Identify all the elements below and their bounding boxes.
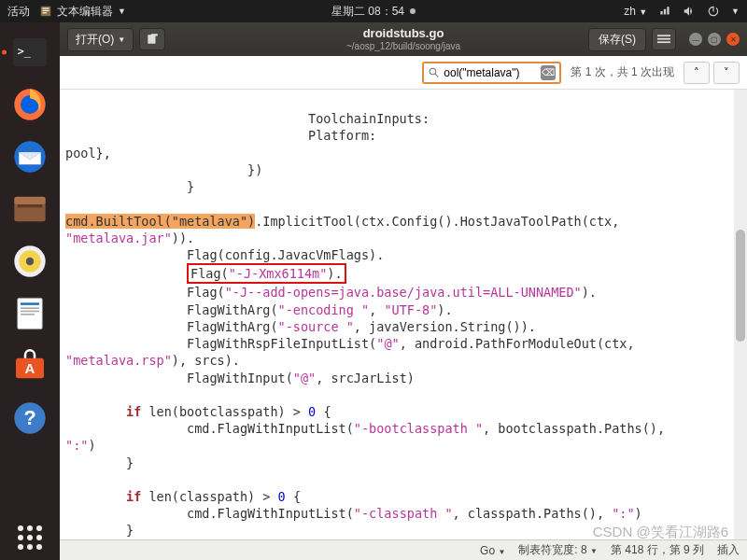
dock-libreoffice-writer[interactable] — [7, 291, 52, 336]
open-button[interactable]: 打开(O) ▼ — [67, 28, 134, 51]
editor-scrollbar[interactable] — [734, 90, 747, 539]
dock-show-apps[interactable] — [7, 515, 52, 560]
search-input[interactable] — [444, 66, 537, 79]
find-prev-button[interactable]: ˄ — [684, 62, 710, 84]
dock-rhythmbox[interactable] — [7, 239, 52, 284]
window-title: droidstubs.go ~/aosp_12/build/soong/java — [346, 27, 460, 50]
input-method-indicator[interactable]: zh ▼ — [624, 5, 647, 18]
dock-firefox[interactable] — [7, 82, 52, 127]
power-icon[interactable] — [707, 5, 720, 18]
insert-mode: 插入 — [717, 542, 740, 558]
network-icon[interactable] — [658, 5, 671, 18]
chevron-down-icon: ▼ — [118, 7, 126, 16]
save-button[interactable]: 保存(S) — [588, 28, 646, 51]
svg-rect-3 — [43, 12, 48, 13]
svg-rect-27 — [657, 38, 670, 40]
minimize-button[interactable]: — — [689, 33, 702, 46]
svg-text:>_: >_ — [18, 45, 32, 58]
svg-rect-16 — [21, 302, 39, 305]
dock-thunderbird[interactable] — [7, 134, 52, 179]
source-view[interactable]: ToolchainInputs: Platform: pool}, }) } c… — [60, 90, 747, 539]
dock-help[interactable]: ? — [7, 396, 52, 441]
hamburger-menu-button[interactable] — [652, 28, 676, 50]
app-menu[interactable]: 文本编辑器 ▼ — [39, 4, 126, 20]
tab-width-selector[interactable]: 制表符宽度: 8 ▼ — [518, 542, 598, 558]
svg-rect-18 — [21, 311, 39, 313]
clear-search-button[interactable]: ⌫ — [541, 65, 556, 80]
close-button[interactable]: ✕ — [726, 33, 740, 46]
svg-rect-2 — [43, 10, 49, 11]
gnome-topbar: 活动 文本编辑器 ▼ 星期二 08：54 zh ▼ ▼ — [0, 0, 747, 22]
filepath-label: ~/aosp_12/build/soong/java — [346, 41, 460, 51]
search-match-info: 第 1 次，共 1 次出现 — [571, 64, 674, 80]
volume-icon[interactable] — [683, 5, 696, 18]
status-bar: Go ▼ 制表符宽度: 8 ▼ 第 418 行，第 9 列 插入 — [60, 539, 747, 560]
svg-rect-19 — [21, 314, 35, 315]
text-editor-icon — [39, 5, 52, 18]
maximize-button[interactable]: ▢ — [708, 33, 721, 46]
svg-text:A: A — [25, 360, 35, 376]
search-icon — [428, 66, 440, 78]
svg-rect-25 — [151, 34, 158, 35]
dock-files[interactable] — [7, 187, 52, 231]
svg-point-29 — [430, 68, 436, 75]
cursor-position: 第 418 行，第 9 列 — [611, 542, 704, 558]
search-input-wrapper[interactable]: ⌫ — [422, 62, 561, 84]
svg-rect-26 — [657, 35, 670, 36]
language-selector[interactable]: Go ▼ — [480, 544, 505, 557]
notification-dot-icon — [410, 8, 416, 14]
svg-rect-11 — [14, 197, 45, 204]
dock-terminal[interactable]: >_ — [7, 30, 52, 75]
ubuntu-dock: >_ A ? — [0, 22, 60, 560]
svg-rect-17 — [21, 307, 39, 309]
new-tab-button[interactable] — [139, 28, 165, 50]
svg-point-14 — [26, 258, 34, 265]
find-next-button[interactable]: ˅ — [713, 62, 740, 84]
filename-label: droidstubs.go — [346, 27, 460, 40]
clock[interactable]: 星期二 08：54 — [331, 4, 404, 20]
scrollbar-thumb[interactable] — [736, 230, 745, 342]
svg-rect-1 — [43, 8, 49, 9]
highlighted-flag-line: Flag("-J-Xmx6114m"). — [187, 263, 346, 284]
headerbar: 打开(O) ▼ droidstubs.go ~/aosp_12/build/so… — [60, 22, 747, 56]
activities-button[interactable]: 活动 — [7, 4, 30, 20]
find-bar: ⌫ 第 1 次，共 1 次出现 ˄ ˅ — [60, 56, 747, 90]
gedit-window: 打开(O) ▼ droidstubs.go ~/aosp_12/build/so… — [60, 22, 747, 560]
svg-line-30 — [435, 74, 438, 77]
search-match-highlight: cmd.BuiltTool("metalava") — [65, 214, 255, 229]
svg-rect-28 — [657, 41, 670, 43]
dock-software[interactable]: A — [7, 343, 52, 388]
svg-text:?: ? — [23, 406, 35, 429]
chevron-down-icon: ▼ — [731, 7, 740, 16]
svg-rect-24 — [148, 35, 156, 43]
